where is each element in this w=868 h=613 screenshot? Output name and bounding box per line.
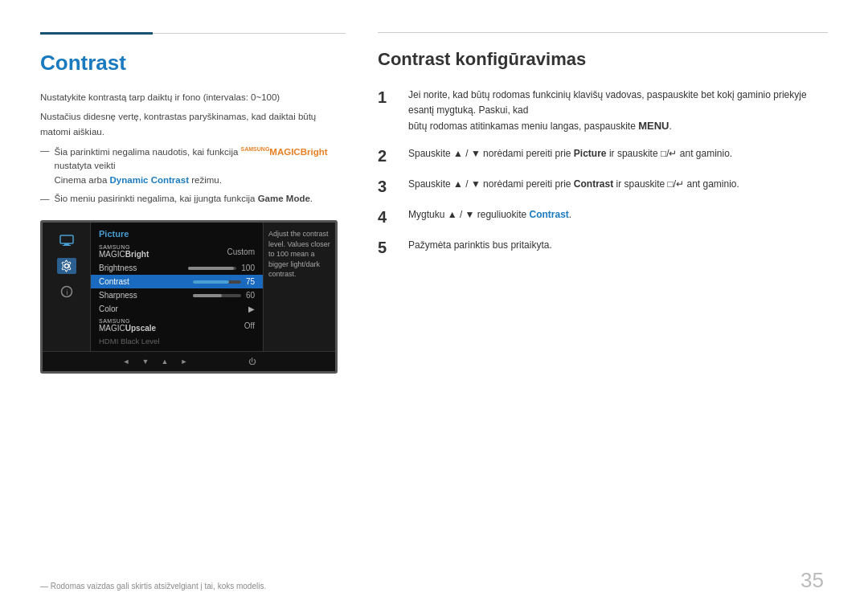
right-column: Contrast konfigūravimas 1 Jei norite, ka… <box>378 32 828 589</box>
note2: — Šio meniu pasirinkti negalima, kai įju… <box>40 192 346 206</box>
steps-list: 1 Jei norite, kad būtų rodomas funkcinių… <box>378 88 828 257</box>
tv-sidebar: i <box>43 223 91 351</box>
ctrl-down: ▼ <box>139 356 152 367</box>
step-3-number: 3 <box>378 177 400 196</box>
note1-dash: — <box>40 144 50 157</box>
note2-text: Šio meniu pasirinkti negalima, kai įjung… <box>55 192 313 206</box>
footnote: — Rodomas vaizdas gali skirtis atsižvelg… <box>40 582 266 591</box>
page-number: 35 <box>800 568 824 593</box>
step-3-text: Spauskite ▲ / ▼ norėdami pereiti prie Co… <box>408 177 828 192</box>
step-5: 5 Pažymėta parinktis bus pritaikyta. <box>378 238 828 257</box>
hdmi-item: HDMI Black Level <box>91 335 263 347</box>
game-mode-label: Game Mode <box>258 194 310 203</box>
section-title-right: Contrast konfigūravimas <box>378 49 828 70</box>
magic-upscale-item: SAMSUNG MAGICUpscale Off <box>91 316 263 335</box>
ctrl-right: ► <box>178 356 190 367</box>
ctrl-power: ⏻ <box>245 356 258 367</box>
svg-point-3 <box>64 264 68 268</box>
step-4-text: Mygtuku ▲ / ▼ reguliuokite Contrast. <box>408 207 828 223</box>
dynamic-contrast-label: Dynamic Contrast <box>110 175 189 185</box>
step-5-number: 5 <box>378 238 400 257</box>
tv-screen: i Picture SAMSUNG MAGICBright Custom <box>43 223 335 351</box>
divider-accent <box>40 32 153 35</box>
contrast-keyword-2: Contrast <box>529 209 568 220</box>
step-5-text: Pažymėta parinktis bus pritaikyta. <box>408 238 828 253</box>
color-item: Color ▶ <box>91 302 263 316</box>
section-divider <box>40 32 346 35</box>
step-1: 1 Jei norite, kad būtų rodomas funkcinių… <box>378 88 828 135</box>
svg-rect-2 <box>63 245 71 246</box>
settings-icon <box>57 258 76 274</box>
menu-keyword-1: MENU <box>638 120 669 132</box>
desc1: Nustatykite kontrastą tarp daiktų ir fon… <box>40 90 346 104</box>
tv-menu: Picture SAMSUNG MAGICBright Custom Brigh… <box>91 223 263 351</box>
tv-description-panel: Adjust the contrast level. Values closer… <box>263 223 335 351</box>
svg-rect-0 <box>60 235 73 243</box>
step-2: 2 Spauskite ▲ / ▼ norėdami pereiti prie … <box>378 146 828 166</box>
svg-text:i: i <box>66 288 68 296</box>
right-divider-line <box>378 32 828 33</box>
brightness-item: Brightness 100 <box>91 261 263 275</box>
tv-mockup: i Picture SAMSUNG MAGICBright Custom <box>40 220 338 374</box>
menu-header: Picture <box>91 227 263 242</box>
monitor-icon <box>57 232 76 248</box>
right-divider <box>378 32 828 33</box>
magic-bright-label: SAMSUNGMAGICBright <box>241 147 328 157</box>
contrast-item: Contrast 75 <box>91 275 263 288</box>
tv-controls: ◄ ▼ ▲ ► ⏻ <box>43 351 335 371</box>
left-column: Contrast Nustatykite kontrastą tarp daik… <box>40 32 346 589</box>
step-2-number: 2 <box>378 146 400 166</box>
note2-dash: — <box>40 192 50 206</box>
step-1-text: Jei norite, kad būtų rodomas funkcinių k… <box>408 88 828 135</box>
step-4-number: 4 <box>378 207 400 227</box>
note1-text: Šia parinktimi negalima naudotis, kai fu… <box>55 144 346 187</box>
ctrl-up: ▲ <box>158 356 171 367</box>
note1: — Šia parinktimi negalima naudotis, kai … <box>40 144 346 187</box>
ctrl-left: ◄ <box>120 356 133 367</box>
brightness-bar <box>188 267 236 270</box>
step-3: 3 Spauskite ▲ / ▼ norėdami pereiti prie … <box>378 177 828 196</box>
step-4: 4 Mygtuku ▲ / ▼ reguliuokite Contrast. <box>378 207 828 227</box>
contrast-keyword: Contrast <box>574 178 613 190</box>
sharpness-bar <box>193 294 241 297</box>
desc2: Nustačius didesnę vertę, kontrastas pary… <box>40 109 346 139</box>
info-icon: i <box>57 284 76 300</box>
picture-keyword: Picture <box>574 148 607 159</box>
section-title-left: Contrast <box>40 51 346 76</box>
magic-bright-item: SAMSUNG MAGICBright Custom <box>91 242 263 261</box>
svg-rect-1 <box>64 243 69 245</box>
step-1-number: 1 <box>378 88 400 107</box>
sharpness-item: Sharpness 60 <box>91 288 263 302</box>
step-2-text: Spauskite ▲ / ▼ norėdami pereiti prie Pi… <box>408 146 828 161</box>
contrast-bar <box>193 280 241 284</box>
divider-line <box>153 33 346 34</box>
